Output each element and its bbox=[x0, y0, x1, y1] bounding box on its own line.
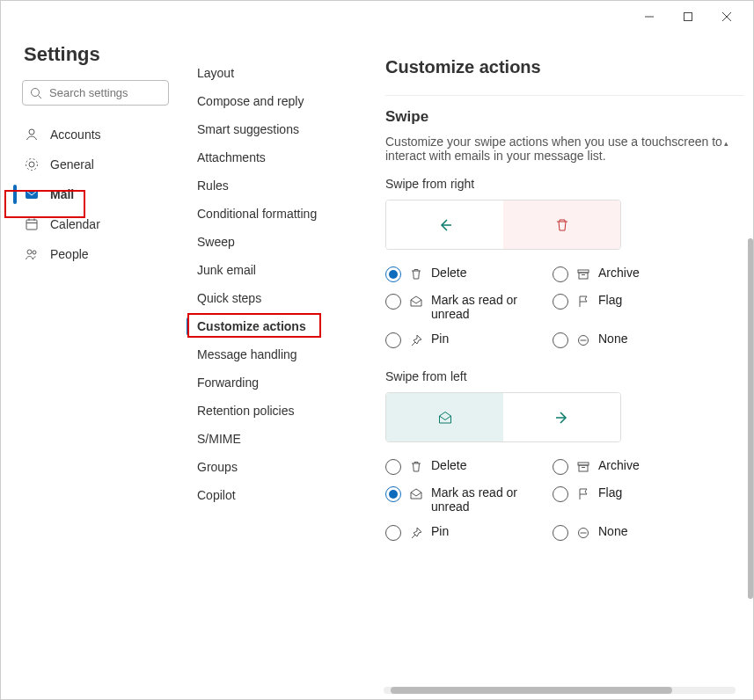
nav-label: General bbox=[50, 157, 94, 171]
swipe-left-heading: Swipe from left bbox=[385, 369, 744, 383]
mail-open-icon bbox=[408, 294, 424, 310]
mail-open-icon bbox=[386, 393, 503, 441]
section-heading-swipe: Swipe bbox=[385, 108, 744, 126]
none-icon bbox=[575, 332, 591, 348]
option-swipe-right-delete[interactable]: Delete bbox=[385, 266, 544, 282]
person-icon bbox=[24, 127, 40, 142]
option-swipe-right-mark-read[interactable]: Mark as read or unread bbox=[385, 293, 544, 321]
svg-line-5 bbox=[39, 95, 42, 98]
mid-item-sweep[interactable]: Sweep bbox=[181, 228, 366, 256]
mail-open-icon bbox=[408, 486, 424, 502]
sidebar: Settings Accounts General Mail bbox=[1, 33, 181, 699]
svg-point-4 bbox=[32, 88, 40, 96]
delete-icon bbox=[408, 459, 424, 475]
option-swipe-right-flag[interactable]: Flag bbox=[553, 293, 711, 321]
nav-label: Calendar bbox=[50, 217, 100, 231]
radio[interactable] bbox=[553, 332, 568, 348]
horizontal-scrollbar[interactable] bbox=[384, 687, 736, 694]
mid-item-smart-suggestions[interactable]: Smart suggestions bbox=[181, 115, 366, 143]
mid-item-groups[interactable]: Groups bbox=[181, 453, 366, 481]
option-swipe-right-archive[interactable]: Archive bbox=[553, 266, 711, 282]
option-swipe-left-delete[interactable]: Delete bbox=[385, 458, 544, 475]
mid-item-forwarding[interactable]: Forwarding bbox=[181, 368, 366, 397]
svg-rect-18 bbox=[579, 273, 588, 279]
mid-item-conditional-formatting[interactable]: Conditional formatting bbox=[181, 200, 366, 228]
settings-sublist: Layout Compose and reply Smart suggestio… bbox=[181, 33, 366, 699]
arrow-right-icon bbox=[503, 393, 620, 441]
delete-icon bbox=[503, 201, 620, 249]
mid-item-rules[interactable]: Rules bbox=[181, 171, 366, 200]
option-swipe-left-mark-read[interactable]: Mark as read or unread bbox=[385, 485, 544, 514]
main-panel: Customize actions ▴ Swipe Customize your… bbox=[366, 33, 753, 699]
sidebar-item-general[interactable]: General bbox=[1, 149, 181, 179]
radio[interactable] bbox=[385, 294, 401, 310]
settings-title: Settings bbox=[1, 40, 181, 80]
delete-icon bbox=[408, 266, 424, 282]
flag-icon bbox=[575, 294, 591, 310]
swipe-right-preview bbox=[385, 200, 621, 250]
sidebar-item-accounts[interactable]: Accounts bbox=[1, 120, 181, 149]
option-swipe-left-archive[interactable]: Archive bbox=[553, 458, 711, 475]
sidebar-item-people[interactable]: People bbox=[1, 239, 181, 269]
arrow-left-icon bbox=[386, 201, 503, 249]
sidebar-item-calendar[interactable]: Calendar bbox=[1, 209, 181, 239]
radio[interactable] bbox=[553, 525, 568, 541]
mid-item-quick-steps[interactable]: Quick steps bbox=[181, 284, 366, 312]
svg-point-14 bbox=[27, 250, 32, 254]
mid-item-customize-actions[interactable]: Customize actions bbox=[181, 312, 366, 340]
gear-icon bbox=[24, 157, 40, 172]
svg-point-15 bbox=[33, 251, 36, 254]
mid-item-junk-email[interactable]: Junk email bbox=[181, 256, 366, 284]
maximize-button[interactable] bbox=[669, 4, 707, 29]
radio[interactable] bbox=[385, 486, 401, 502]
mid-item-copilot[interactable]: Copilot bbox=[181, 481, 366, 509]
radio[interactable] bbox=[553, 459, 568, 475]
search-icon bbox=[30, 87, 42, 99]
titlebar bbox=[1, 1, 753, 33]
pin-icon bbox=[408, 525, 424, 541]
mid-item-smime[interactable]: S/MIME bbox=[181, 425, 366, 453]
radio[interactable] bbox=[553, 294, 568, 310]
calendar-icon bbox=[24, 216, 40, 232]
nav-label: Accounts bbox=[50, 128, 101, 142]
option-swipe-left-flag[interactable]: Flag bbox=[553, 485, 711, 514]
svg-rect-10 bbox=[26, 220, 37, 230]
svg-rect-24 bbox=[579, 465, 588, 471]
archive-icon bbox=[575, 459, 591, 475]
pin-icon bbox=[408, 332, 424, 348]
option-swipe-right-none[interactable]: None bbox=[553, 332, 711, 348]
page-title: Customize actions bbox=[385, 33, 744, 95]
swipe-left-preview bbox=[385, 392, 621, 442]
svg-point-7 bbox=[29, 162, 34, 167]
vertical-scrollbar[interactable] bbox=[748, 238, 753, 599]
mid-item-retention-policies[interactable]: Retention policies bbox=[181, 397, 366, 425]
minimize-button[interactable] bbox=[630, 4, 669, 29]
nav-label: Mail bbox=[50, 187, 74, 201]
radio[interactable] bbox=[385, 525, 401, 541]
swipe-right-heading: Swipe from right bbox=[385, 177, 744, 191]
people-icon bbox=[24, 246, 40, 262]
mid-item-layout[interactable]: Layout bbox=[181, 59, 366, 87]
flag-icon bbox=[575, 486, 591, 502]
radio[interactable] bbox=[553, 266, 568, 282]
svg-point-6 bbox=[29, 129, 34, 135]
search-input-wrap[interactable] bbox=[22, 80, 169, 106]
sidebar-item-mail[interactable]: Mail bbox=[1, 179, 181, 209]
radio[interactable] bbox=[553, 486, 568, 502]
mid-item-attachments[interactable]: Attachments bbox=[181, 143, 366, 171]
section-description: Customize your swipe actions when you us… bbox=[385, 135, 744, 163]
radio[interactable] bbox=[385, 332, 401, 348]
radio[interactable] bbox=[385, 459, 401, 475]
nav-label: People bbox=[50, 247, 89, 261]
close-button[interactable] bbox=[707, 4, 746, 29]
option-swipe-left-none[interactable]: None bbox=[553, 524, 711, 541]
svg-point-8 bbox=[26, 159, 38, 171]
mid-item-compose[interactable]: Compose and reply bbox=[181, 87, 366, 115]
search-input[interactable] bbox=[49, 86, 197, 99]
radio[interactable] bbox=[385, 266, 401, 282]
mid-item-message-handling[interactable]: Message handling bbox=[181, 340, 366, 368]
option-swipe-right-pin[interactable]: Pin bbox=[385, 332, 544, 348]
mail-icon bbox=[24, 186, 40, 202]
svg-rect-1 bbox=[684, 13, 692, 21]
option-swipe-left-pin[interactable]: Pin bbox=[385, 524, 544, 541]
